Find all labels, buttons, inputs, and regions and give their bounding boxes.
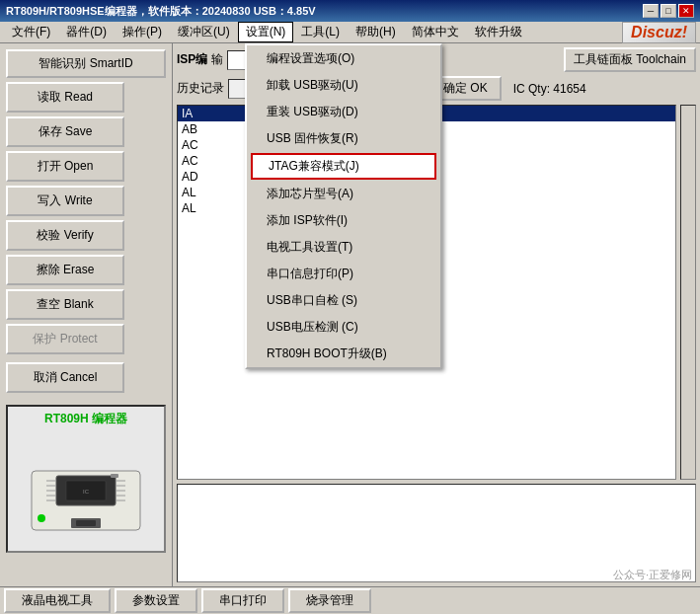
erase-button[interactable]: 擦除 Erase	[6, 255, 124, 285]
write-button[interactable]: 写入 Write	[6, 186, 124, 216]
verify-button[interactable]: 校验 Verify	[6, 220, 124, 251]
smart-id-button[interactable]: 智能识别 SmartID	[6, 49, 166, 78]
bottom-bar: 液晶电视工具 参数设置 串口打印 烧录管理 公众号·正爱修网	[0, 586, 700, 614]
read-button[interactable]: 读取 Read	[6, 82, 124, 113]
menu-add-chip[interactable]: 添加芯片型号(A)	[247, 181, 440, 207]
svg-rect-12	[111, 474, 118, 478]
menu-usb-voltage[interactable]: USB电压检测 (C)	[247, 314, 440, 341]
serial-print-button[interactable]: 串口打印	[201, 588, 284, 613]
menu-reload-usb[interactable]: 重装 USB驱动(D)	[247, 99, 440, 125]
menu-file[interactable]: 文件(F)	[4, 22, 58, 42]
prog-manager-button[interactable]: 烧录管理	[288, 588, 371, 613]
programmer-image: RT809H 编程器	[6, 405, 166, 553]
ic-quantity: IC Qty: 41654	[513, 82, 586, 96]
open-button[interactable]: 打开 Open	[6, 151, 124, 182]
minimize-button[interactable]: ─	[643, 4, 659, 18]
svg-text:IC: IC	[83, 489, 90, 495]
menu-help[interactable]: 帮助(H)	[348, 22, 404, 42]
svg-point-15	[38, 514, 45, 522]
lcd-tv-button[interactable]: 液晶电视工具	[4, 588, 111, 613]
menu-tv-tools[interactable]: 电视工具设置(T)	[247, 234, 440, 261]
params-button[interactable]: 参数设置	[115, 588, 197, 613]
blank-button[interactable]: 查空 Blank	[6, 289, 124, 320]
menu-usb-firmware[interactable]: USB 固件恢复(R)	[247, 125, 440, 152]
toolchain-button[interactable]: 工具链面板 Toolchain	[564, 47, 696, 72]
history-label: 历史记录	[177, 80, 224, 97]
menu-language[interactable]: 简体中文	[404, 22, 467, 42]
settings-dropdown-menu: 编程设置选项(O) 卸载 USB驱动(U) 重装 USB驱动(D) USB 固件…	[245, 43, 442, 369]
menu-tools[interactable]: 工具(L)	[293, 22, 348, 42]
programmer-illustration: IC	[22, 431, 150, 540]
protect-button[interactable]: 保护 Protect	[6, 324, 124, 354]
menu-update[interactable]: 软件升级	[467, 22, 530, 42]
menu-prog-settings[interactable]: 编程设置选项(O)	[247, 45, 440, 72]
menu-rt809h-boot[interactable]: RT809H BOOT升级(B)	[247, 341, 440, 367]
cancel-button[interactable]: 取消 Cancel	[6, 362, 124, 393]
title-text: RT809H/RT809HSE编程器，软件版本：20240830 USB：4.8…	[6, 4, 316, 19]
svg-rect-14	[76, 520, 96, 526]
isp-label: ISP编	[177, 51, 207, 68]
menu-jtag-compat[interactable]: JTAG兼容模式(J)	[251, 153, 436, 180]
save-button[interactable]: 保存 Save	[6, 116, 124, 147]
menu-buffer[interactable]: 缓冲区(U)	[170, 22, 238, 42]
window-controls: ─ □ ✕	[643, 4, 694, 18]
menu-add-isp[interactable]: 添加 ISP软件(I)	[247, 207, 440, 234]
action-buttons: 读取 Read 保存 Save 打开 Open 写入 Write 校验 Veri…	[6, 82, 166, 354]
menu-operation[interactable]: 操作(P)	[115, 22, 170, 42]
close-button[interactable]: ✕	[678, 4, 694, 18]
vertical-scrollbar[interactable]	[680, 105, 696, 480]
maximize-button[interactable]: □	[661, 4, 676, 18]
menu-device[interactable]: 器件(D)	[58, 22, 115, 42]
watermark: 公众号·正爱修网	[613, 568, 692, 582]
menu-bar: 文件(F) 器件(D) 操作(P) 缓冲区(U) 设置(N) 工具(L) 帮助(…	[0, 22, 700, 43]
left-panel: 智能识别 SmartID 读取 Read 保存 Save 打开 Open 写入 …	[0, 43, 173, 586]
menu-unload-usb[interactable]: 卸载 USB驱动(U)	[247, 72, 440, 99]
menu-usb-serial-check[interactable]: USB串口自检 (S)	[247, 287, 440, 314]
menu-serial-print[interactable]: 串口信息打印(P)	[247, 261, 440, 287]
programmer-label: RT809H 编程器	[44, 411, 127, 427]
discuz-logo: Discuz!	[622, 22, 696, 43]
input-prefix: 输	[211, 51, 223, 68]
menu-settings[interactable]: 设置(N)	[238, 22, 294, 42]
title-bar: RT809H/RT809HSE编程器，软件版本：20240830 USB：4.8…	[0, 0, 700, 22]
